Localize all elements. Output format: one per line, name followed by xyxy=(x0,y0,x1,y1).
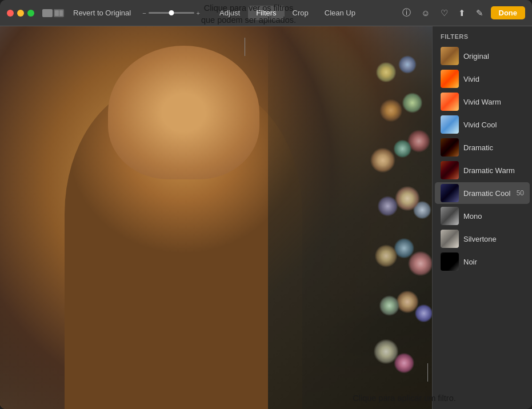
filter-item-dramatic[interactable]: Dramatic xyxy=(435,137,530,158)
info-button[interactable]: ⓘ xyxy=(399,6,414,20)
annotation-arrow-bottom xyxy=(427,363,428,382)
app-window: Clique para ver os filtros que podem ser… xyxy=(0,0,532,409)
filter-thumb-dramatic-warm xyxy=(441,161,459,179)
zoom-slider[interactable]: − + xyxy=(142,10,200,17)
filter-label-vivid-warm: Vivid Warm xyxy=(463,98,524,106)
filter-label-noir: Noir xyxy=(463,258,524,266)
tab-adjust[interactable]: Adjust xyxy=(211,6,248,20)
traffic-lights xyxy=(7,10,34,17)
photo-area xyxy=(0,26,432,409)
filter-thumb-dramatic xyxy=(441,138,459,157)
filter-label-silvertone: Silvertone xyxy=(463,235,524,243)
tab-cleanup[interactable]: Clean Up xyxy=(317,6,363,20)
filter-item-dramatic-warm[interactable]: Dramatic Warm xyxy=(435,159,530,181)
filter-thumb-original xyxy=(441,47,459,65)
maximize-button[interactable] xyxy=(27,10,34,17)
main-content: FILTERS OriginalVividVivid WarmVivid Coo… xyxy=(0,26,532,409)
minimize-button[interactable] xyxy=(17,10,24,17)
tab-filters[interactable]: Filters xyxy=(248,6,284,20)
filter-item-original[interactable]: Original xyxy=(435,45,530,67)
filter-item-vivid[interactable]: Vivid xyxy=(435,68,530,90)
view-split-btn[interactable] xyxy=(54,9,64,17)
filter-thumb-dramatic-cool xyxy=(441,184,459,202)
filter-label-mono: Mono xyxy=(463,212,524,220)
filter-thumb-silvertone xyxy=(441,230,459,248)
filter-item-noir[interactable]: Noir xyxy=(435,251,530,272)
filter-item-mono[interactable]: Mono xyxy=(435,205,530,227)
slider-track[interactable] xyxy=(149,12,194,14)
filters-panel: FILTERS OriginalVividVivid WarmVivid Coo… xyxy=(432,26,532,409)
view-single-btn[interactable] xyxy=(42,9,53,17)
filter-item-silvertone[interactable]: Silvertone xyxy=(435,228,530,250)
emoji-button[interactable]: ☺ xyxy=(418,6,433,19)
slider-thumb xyxy=(169,10,174,15)
filter-thumb-vivid-warm xyxy=(441,93,459,111)
filter-label-dramatic-cool: Dramatic Cool xyxy=(463,189,512,198)
stained-glass-overlay xyxy=(268,26,432,409)
zoom-plus-icon: + xyxy=(197,10,200,17)
titlebar: Revert to Original − + Adjust Filters Cr… xyxy=(0,0,532,26)
filter-label-dramatic-warm: Dramatic Warm xyxy=(463,166,524,175)
favorite-button[interactable]: ♡ xyxy=(438,6,451,20)
filter-label-vivid: Vivid xyxy=(463,75,524,83)
share-button[interactable]: ⬆ xyxy=(455,6,469,20)
view-toggle xyxy=(42,9,64,17)
filter-label-vivid-cool: Vivid Cool xyxy=(463,121,524,129)
filter-item-vivid-cool[interactable]: Vivid Cool xyxy=(435,114,530,135)
zoom-minus-icon: − xyxy=(142,10,146,17)
annotation-arrow-top xyxy=(245,38,245,56)
filter-thumb-noir xyxy=(441,252,459,271)
nav-tabs: Adjust Filters Crop Clean Up xyxy=(211,6,363,20)
close-button[interactable] xyxy=(7,10,14,17)
filter-thumb-mono xyxy=(441,207,459,225)
filter-value-dramatic-cool: 50 xyxy=(517,189,524,197)
more-button[interactable]: ✎ xyxy=(473,6,486,20)
filter-label-dramatic: Dramatic xyxy=(463,143,524,152)
filter-thumb-vivid xyxy=(441,70,459,88)
filter-label-original: Original xyxy=(463,52,524,61)
done-button[interactable]: Done xyxy=(491,6,526,19)
filter-thumb-vivid-cool xyxy=(441,115,459,134)
filters-panel-header: FILTERS xyxy=(433,26,532,45)
filter-list: OriginalVividVivid WarmVivid CoolDramati… xyxy=(433,45,532,273)
filter-item-dramatic-cool[interactable]: Dramatic Cool50 xyxy=(435,182,530,204)
filter-item-vivid-warm[interactable]: Vivid Warm xyxy=(435,91,530,113)
revert-to-original-button[interactable]: Revert to Original xyxy=(69,7,135,19)
person-head xyxy=(108,46,259,180)
photo-display xyxy=(0,26,432,409)
tab-crop[interactable]: Crop xyxy=(285,6,317,20)
